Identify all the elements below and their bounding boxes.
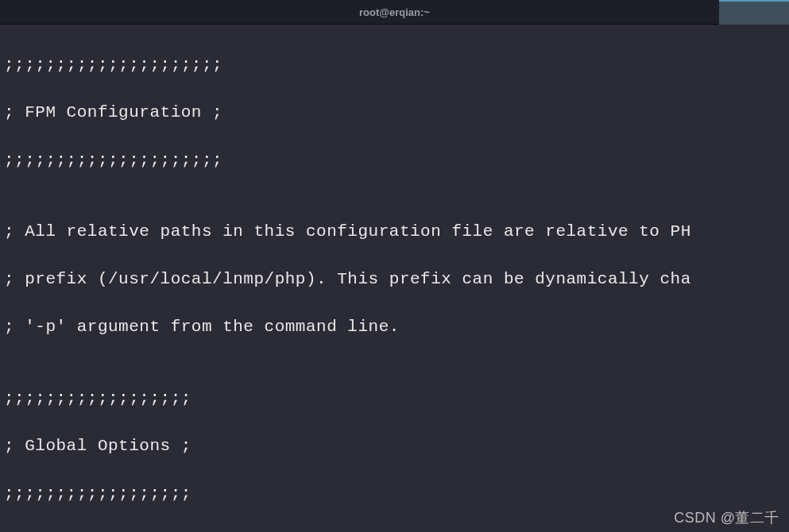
editor-content[interactable]: ;;;;;;;;;;;;;;;;;;;;; ; FPM Configuratio… bbox=[0, 25, 789, 532]
config-line: ; FPM Configuration ; bbox=[4, 101, 785, 125]
config-line: ;;;;;;;;;;;;;;;;;; bbox=[4, 387, 785, 411]
config-line: ;;;;;;;;;;;;;;;;;; bbox=[4, 482, 785, 506]
config-line: ; Global Options ; bbox=[4, 434, 785, 458]
config-line: ;;;;;;;;;;;;;;;;;;;;; bbox=[4, 53, 785, 77]
window-title: root@erqian:~ bbox=[359, 6, 430, 18]
config-line: ; All relative paths in this configurati… bbox=[4, 220, 785, 244]
config-line: ;;;;;;;;;;;;;;;;;;;;; bbox=[4, 148, 785, 172]
titlebar: root@erqian:~ × bbox=[0, 0, 789, 25]
watermark: CSDN @董二千 bbox=[674, 508, 779, 527]
config-line: ; prefix (/usr/local/lnmp/php). This pre… bbox=[4, 268, 785, 291]
second-tab[interactable] bbox=[719, 0, 789, 25]
config-line: ; '-p' argument from the command line. bbox=[4, 315, 785, 339]
